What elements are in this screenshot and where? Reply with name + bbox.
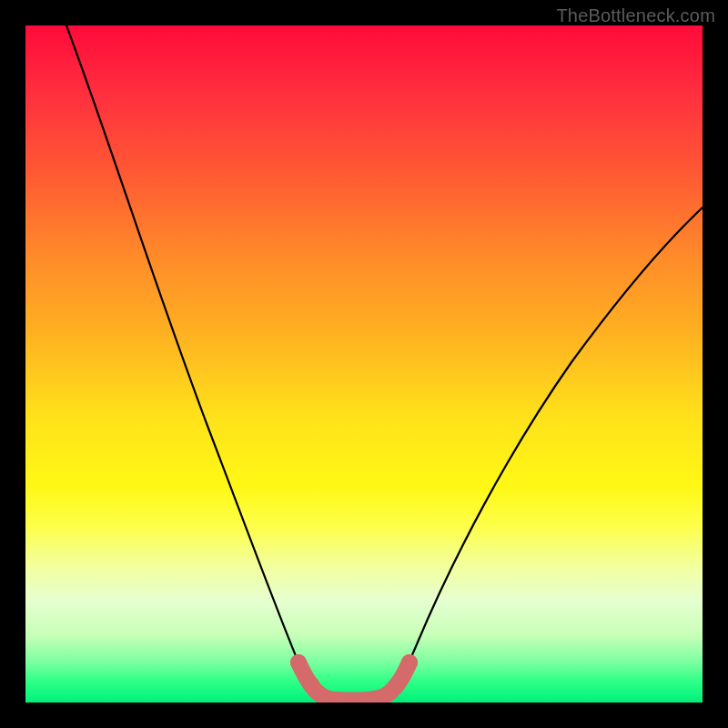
highlight-dot-left-2 — [303, 676, 319, 693]
chart-frame: TheBottleneck.com — [0, 0, 728, 728]
plot-area — [25, 25, 703, 703]
highlight-dot-right — [401, 654, 418, 671]
watermark-text: TheBottleneck.com — [556, 5, 715, 26]
curve-svg — [25, 25, 703, 703]
bottleneck-curve-line — [66, 25, 703, 701]
highlight-dot-left — [290, 654, 307, 671]
highlight-dot-right-2 — [389, 676, 405, 693]
